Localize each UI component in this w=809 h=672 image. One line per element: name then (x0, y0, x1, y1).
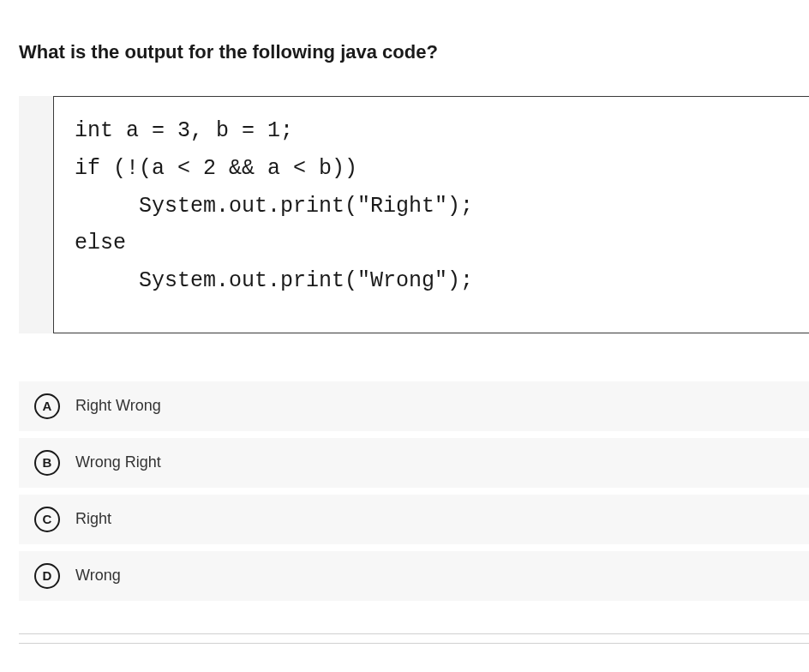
option-letter-c: C (34, 507, 60, 532)
option-a[interactable]: A Right Wrong (19, 381, 809, 431)
divider-secondary (19, 643, 809, 644)
code-margin (19, 96, 53, 333)
code-container: int a = 3, b = 1; if (!(a < 2 && a < b))… (19, 96, 809, 333)
option-letter-a: A (34, 393, 60, 419)
options-list: A Right Wrong B Wrong Right C Right D Wr… (0, 381, 809, 601)
option-letter-d: D (34, 563, 60, 589)
option-text-b: Wrong Right (75, 453, 161, 471)
option-text-c: Right (75, 510, 111, 528)
question-title: What is the output for the following jav… (19, 41, 809, 63)
option-c[interactable]: C Right (19, 495, 809, 544)
divider (19, 633, 809, 634)
code-block: int a = 3, b = 1; if (!(a < 2 && a < b))… (53, 96, 809, 333)
option-letter-b: B (34, 450, 60, 476)
option-d[interactable]: D Wrong (19, 551, 809, 601)
option-text-a: Right Wrong (75, 397, 161, 415)
option-b[interactable]: B Wrong Right (19, 438, 809, 488)
option-text-d: Wrong (75, 567, 121, 585)
